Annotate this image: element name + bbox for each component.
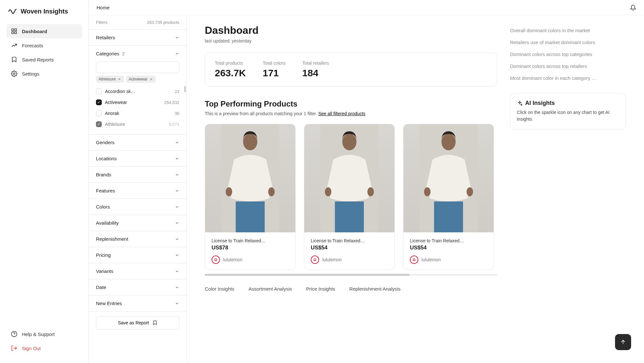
- svg-point-15: [268, 187, 275, 196]
- filter-brands[interactable]: Brands: [89, 167, 186, 183]
- chevron-down-icon: [175, 221, 179, 225]
- nav-label: Help & Support: [22, 331, 55, 337]
- product-scrollbar[interactable]: [205, 274, 497, 276]
- chevron-down-icon: [175, 285, 179, 290]
- filter-header-label: Filters: [96, 20, 107, 25]
- svg-rect-3: [15, 32, 17, 34]
- signout-icon: [11, 345, 17, 351]
- product-image: [403, 124, 494, 232]
- gear-icon: [11, 70, 17, 77]
- svg-rect-16: [236, 201, 265, 232]
- filter-colors[interactable]: Colors: [89, 199, 186, 215]
- category-search-input[interactable]: [96, 61, 179, 73]
- nav-bottom: Help & Support Sign Out: [0, 327, 89, 355]
- svg-rect-21: [335, 201, 364, 232]
- brand-logo-icon: Ω: [311, 256, 319, 264]
- category-row[interactable]: Anorak30: [96, 108, 179, 119]
- bookmark-icon: [152, 320, 157, 325]
- product-price: US$54: [410, 245, 487, 251]
- close-icon[interactable]: [118, 77, 121, 81]
- brand-logo-icon: Ω: [410, 256, 418, 264]
- product-carousel[interactable]: License to Train Relaxed… US$78 Ωlululem…: [205, 124, 497, 270]
- person-illustration: [221, 124, 279, 232]
- filter-genders[interactable]: Genders: [89, 135, 186, 151]
- insight-link[interactable]: Dominant colors across top retailers: [510, 60, 626, 72]
- filter-features[interactable]: Features: [89, 183, 186, 199]
- close-icon[interactable]: [149, 77, 153, 81]
- category-selected-count: 2: [122, 51, 125, 56]
- nav-signout[interactable]: Sign Out: [6, 341, 82, 355]
- product-brand: Ωlululemon: [311, 256, 388, 264]
- category-row[interactable]: Accordion sk…23: [96, 86, 179, 97]
- svg-rect-2: [12, 32, 14, 34]
- product-card[interactable]: License to Train Relaxed… US$54 Ωlululem…: [403, 124, 494, 270]
- chevron-down-icon: [175, 189, 179, 193]
- filter-date[interactable]: Date: [89, 279, 186, 295]
- nav-forecasts[interactable]: Forecasts: [6, 38, 82, 52]
- stat-total-products: Total products263.7K: [215, 60, 246, 79]
- checkbox[interactable]: ✓: [96, 121, 102, 127]
- category-row[interactable]: ✓Activewear254,532: [96, 97, 179, 108]
- chevron-down-icon: [175, 172, 179, 177]
- nav-label: Forecasts: [22, 43, 43, 48]
- person-illustration: [420, 124, 478, 232]
- checkbox[interactable]: [96, 88, 102, 94]
- svg-point-4: [14, 73, 15, 75]
- see-all-link[interactable]: See all filtered products: [318, 111, 365, 116]
- filter-availability[interactable]: Availability: [89, 215, 186, 231]
- product-card[interactable]: License to Train Relaxed… US$54 Ωlululem…: [304, 124, 395, 270]
- scroll-to-top-button[interactable]: [615, 334, 631, 350]
- save-as-report-button[interactable]: Save as Report: [96, 316, 179, 330]
- tab-replenishment-analysis[interactable]: Replenishment Analysis: [349, 284, 401, 294]
- chevron-down-icon: [175, 301, 179, 306]
- nav-settings[interactable]: Settings: [6, 67, 82, 81]
- logo-icon: [8, 9, 17, 14]
- insight-link[interactable]: Retailers use of market dominant colors: [510, 36, 626, 48]
- product-price: US$54: [311, 245, 388, 251]
- category-row[interactable]: ✓Athleisure9,571: [96, 119, 179, 130]
- chevron-up-icon: [175, 51, 179, 56]
- nav-dashboard[interactable]: Dashboard: [6, 24, 82, 38]
- svg-rect-1: [15, 29, 17, 31]
- scrollbar-thumb[interactable]: [184, 86, 186, 92]
- insight-link[interactable]: Most dominant color in each category …: [510, 72, 626, 84]
- filter-retailers[interactable]: Retailers: [89, 30, 186, 46]
- tab-color-insights[interactable]: Color Insights: [205, 284, 234, 294]
- filter-pricing[interactable]: Pricing: [89, 247, 186, 263]
- main-nav: Dashboard Forecasts Saved Reports Settin…: [0, 24, 89, 327]
- nav-saved-reports[interactable]: Saved Reports: [6, 52, 82, 67]
- filter-variants[interactable]: Variants: [89, 263, 186, 279]
- filter-panel: Filters 263,735 products Retailers Categ…: [89, 15, 187, 363]
- brand-logo-icon: Ω: [212, 256, 220, 264]
- nav-help[interactable]: Help & Support: [6, 327, 82, 341]
- selected-chips: Athleisure Activewear: [89, 76, 186, 86]
- insight-link[interactable]: Dominant colors across top categories: [510, 48, 626, 60]
- chip-activewear: Activewear: [126, 76, 156, 83]
- tab-assortment-analysis[interactable]: Assortment Analysis: [249, 284, 292, 294]
- dashboard-icon: [11, 28, 17, 34]
- checkbox[interactable]: [96, 110, 102, 116]
- svg-point-18: [342, 134, 356, 150]
- stat-total-retailers: Total retailers184: [302, 60, 329, 79]
- scrollbar-thumb[interactable]: [205, 274, 410, 276]
- tab-price-insights[interactable]: Price Insights: [306, 284, 335, 294]
- chevron-down-icon: [175, 156, 179, 161]
- arrow-up-icon: [620, 339, 626, 345]
- filter-replenishment[interactable]: Replenishment: [89, 231, 186, 247]
- filter-locations[interactable]: Locations: [89, 151, 186, 167]
- product-name: License to Train Relaxed…: [311, 238, 388, 243]
- filter-new-entries[interactable]: New Entries: [89, 295, 186, 312]
- ai-insights-title: AI Insights: [517, 100, 619, 107]
- filter-product-count: 263,735 products: [147, 20, 179, 25]
- insight-link[interactable]: Overall dominant colors in the market: [510, 24, 626, 36]
- person-illustration: [320, 124, 378, 232]
- logo: Woven Insights: [0, 8, 89, 24]
- notifications-icon[interactable]: [630, 5, 636, 11]
- page-subtitle: last updated: yesterday: [205, 38, 497, 43]
- chevron-down-icon: [175, 35, 179, 40]
- product-card[interactable]: License to Train Relaxed… US$78 Ωlululem…: [205, 124, 296, 270]
- checkbox[interactable]: ✓: [96, 99, 102, 105]
- nav-label: Dashboard: [22, 29, 47, 34]
- filter-categories-toggle[interactable]: Categories 2: [89, 46, 186, 61]
- chevron-down-icon: [175, 140, 179, 145]
